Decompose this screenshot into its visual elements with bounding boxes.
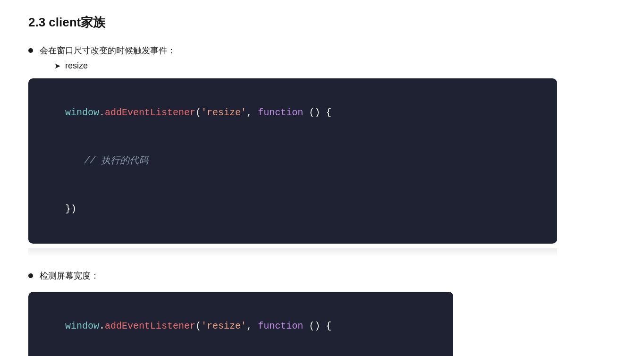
bullet-text-1: 会在窗口尺寸改变的时候触发事件： <box>40 45 176 56</box>
bullet-dot-2 <box>28 273 33 278</box>
code-token: window <box>65 107 99 118</box>
code-line-2-1: window.addEventListener('resize', functi… <box>42 302 439 350</box>
code-line-1-2: // 执行的代码 <box>42 137 543 185</box>
arrow-icon-1: ➤ <box>54 61 60 70</box>
sub-bullet-text-1: resize <box>65 61 88 71</box>
bullet-text-2: 检测屏幕宽度： <box>40 270 99 281</box>
page-title: 2.3 client家族 <box>28 14 616 31</box>
bullet-item-1: 会在窗口尺寸改变的时候触发事件： <box>28 45 616 56</box>
code-shadow-1 <box>28 248 557 257</box>
code-line-1-3: }) <box>42 185 543 233</box>
code-block-2: window.addEventListener('resize', functi… <box>28 292 453 356</box>
bullet-item-2: 检测屏幕宽度： <box>28 270 616 281</box>
code-line-1-1: window.addEventListener('resize', functi… <box>42 89 543 137</box>
code-block-1: window.addEventListener('resize', functi… <box>28 78 557 244</box>
code-line-2-2: let w = document.documentElement.clientW… <box>42 350 439 356</box>
bullet-dot-1 <box>28 48 33 53</box>
sub-bullet-1: ➤ resize <box>54 61 616 71</box>
